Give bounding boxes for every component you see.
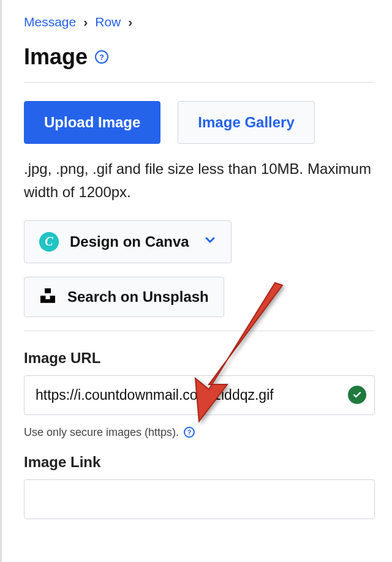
canva-icon: C	[39, 232, 59, 252]
unsplash-button-label: Search on Unsplash	[67, 288, 209, 305]
design-on-canva-button[interactable]: C Design on Canva	[24, 220, 232, 263]
image-link-label: Image Link	[24, 454, 375, 471]
divider	[24, 82, 375, 83]
breadcrumb: Message › Row ›	[24, 15, 375, 29]
divider	[24, 331, 375, 331]
chevron-right-icon: ›	[128, 15, 132, 29]
image-link-input[interactable]	[24, 479, 375, 519]
image-url-input[interactable]	[24, 375, 375, 415]
breadcrumb-message[interactable]: Message	[24, 15, 76, 29]
help-icon[interactable]: ?	[95, 50, 108, 64]
chevron-down-icon	[204, 234, 216, 249]
valid-check-icon	[348, 386, 366, 404]
chevron-right-icon: ›	[83, 15, 88, 29]
breadcrumb-row[interactable]: Row	[95, 15, 121, 29]
upload-image-button[interactable]: Upload Image	[24, 101, 160, 144]
canva-button-label: Design on Canva	[70, 233, 189, 250]
page-title: Image	[24, 44, 88, 70]
image-url-hint: Use only secure images (https).	[24, 426, 179, 439]
image-gallery-button[interactable]: Image Gallery	[178, 101, 314, 144]
search-unsplash-button[interactable]: Search on Unsplash	[24, 277, 224, 317]
image-url-label: Image URL	[24, 350, 375, 367]
help-icon[interactable]: ?	[184, 427, 195, 438]
upload-hint-text: .jpg, .png, .gif and file size less than…	[24, 157, 375, 204]
unsplash-icon	[39, 288, 56, 305]
